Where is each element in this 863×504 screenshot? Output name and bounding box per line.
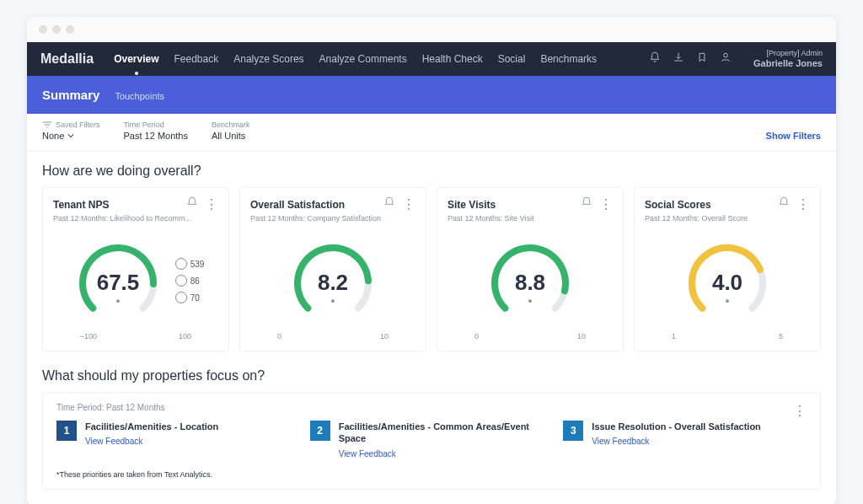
metric-card: Tenant NPS ⋮ Past 12 Months: Likelihood … <box>42 187 229 351</box>
user-role: [Property] Admin <box>753 50 823 58</box>
brand-logo: Medallia <box>40 51 94 67</box>
user-name: Gabrielle Jones <box>753 58 823 68</box>
card-subtitle: Past 12 Months: Likelihood to Recomm... <box>53 214 218 223</box>
kebab-icon[interactable]: ⋮ <box>599 196 613 212</box>
kebab-icon[interactable]: ⋮ <box>796 196 810 212</box>
priority-number: 1 <box>56 421 77 441</box>
chevron-down-icon <box>67 132 74 139</box>
main-nav: OverviewFeedbackAnalyze ScoresAnalyze Co… <box>114 53 649 65</box>
focus-item: 2 Facilities/Amenities - Common Areas/Ev… <box>310 421 554 460</box>
card-subtitle: Past 12 Months: Overall Score <box>645 214 810 223</box>
focus-footnote: *These priorities are taken from Text An… <box>56 470 807 479</box>
sentiment-breakdown: 539 86 70 <box>175 258 205 303</box>
priority-title: Issue Resolution - Overall Satisfaction <box>592 421 807 432</box>
gauge-scale: 010 <box>448 332 613 340</box>
gauge-chart: 8.8 ● <box>480 233 581 329</box>
bookmark-icon[interactable] <box>696 51 708 66</box>
nav-item-feedback[interactable]: Feedback <box>174 53 219 65</box>
topbar-actions: [Property] Admin Gabrielle Jones <box>649 50 823 68</box>
bell-icon[interactable] <box>778 196 790 212</box>
focus-title: What should my properties focus on? <box>42 368 821 383</box>
focus-item: 1 Facilities/Amenities - Location View F… <box>56 421 300 460</box>
svg-text:●: ● <box>725 297 729 305</box>
gauge-scale: 15 <box>645 332 810 340</box>
card-title: Site Visits <box>448 199 581 211</box>
svg-text:8.8: 8.8 <box>515 270 545 295</box>
card-title: Social Scores <box>645 199 778 211</box>
card-subtitle: Past 12 Months: Site Visit <box>448 214 613 223</box>
metric-card: Overall Satisfaction ⋮ Past 12 Months: C… <box>239 187 426 351</box>
happy-face-icon <box>175 258 187 270</box>
user-icon[interactable] <box>720 51 732 66</box>
bell-icon[interactable] <box>383 196 395 212</box>
filter-icon <box>42 121 52 129</box>
neutral-face-icon <box>175 275 187 287</box>
saved-filters-dropdown[interactable]: Saved Filters None <box>42 121 100 141</box>
focus-card: ⋮ Time Period: Past 12 Months 1 Faciliti… <box>42 392 821 490</box>
svg-text:●: ● <box>115 297 120 305</box>
focus-item: 3 Issue Resolution - Overall Satisfactio… <box>563 421 807 460</box>
view-feedback-link[interactable]: View Feedback <box>592 437 649 446</box>
bell-icon[interactable] <box>186 196 198 212</box>
gauge-chart: 4.0 ● <box>677 233 778 329</box>
card-subtitle: Past 12 Months: Company Satisfaction <box>250 214 415 223</box>
app-window: Medallia OverviewFeedbackAnalyze ScoresA… <box>27 17 836 504</box>
kebab-icon[interactable]: ⋮ <box>793 403 807 419</box>
svg-point-0 <box>724 54 728 58</box>
show-filters-link[interactable]: Show Filters <box>766 131 821 141</box>
nav-item-analyze-scores[interactable]: Analyze Scores <box>233 53 303 65</box>
svg-text:●: ● <box>528 297 532 305</box>
card-title: Overall Satisfaction <box>250 199 383 211</box>
overall-section: How are we doing overall? Tenant NPS ⋮ P… <box>27 152 836 357</box>
metric-card: Site Visits ⋮ Past 12 Months: Site Visit… <box>437 187 624 351</box>
priority-number: 2 <box>310 421 330 441</box>
gauge-chart: 67.5 ● <box>67 233 169 329</box>
tab-touchpoints[interactable]: Touchpoints <box>115 91 164 101</box>
bell-icon[interactable] <box>581 196 592 212</box>
nav-item-overview[interactable]: Overview <box>114 53 158 65</box>
nav-item-health-check[interactable]: Health Check <box>422 53 483 65</box>
focus-items: 1 Facilities/Amenities - Location View F… <box>56 421 807 460</box>
time-period-filter[interactable]: Time Period Past 12 Months <box>124 121 188 141</box>
kebab-icon[interactable]: ⋮ <box>205 196 218 212</box>
focus-time-period: Time Period: Past 12 Months <box>56 403 807 412</box>
page-title: Summary <box>42 88 99 102</box>
metric-cards: Tenant NPS ⋮ Past 12 Months: Likelihood … <box>42 187 821 351</box>
gauge-scale: –100100 <box>53 332 218 340</box>
overall-title: How are we doing overall? <box>42 164 821 179</box>
card-title: Tenant NPS <box>53 199 186 211</box>
priority-number: 3 <box>563 421 583 441</box>
nav-item-benchmarks[interactable]: Benchmarks <box>540 53 597 65</box>
priority-title: Facilities/Amenities - Location <box>85 421 300 432</box>
metric-card: Social Scores ⋮ Past 12 Months: Overall … <box>634 187 821 351</box>
gauge-chart: 8.2 ● <box>282 233 383 329</box>
svg-text:8.2: 8.2 <box>318 270 348 295</box>
view-feedback-link[interactable]: View Feedback <box>85 437 142 446</box>
view-feedback-link[interactable]: View Feedback <box>339 449 396 458</box>
top-navbar: Medallia OverviewFeedbackAnalyze ScoresA… <box>27 42 836 76</box>
kebab-icon[interactable]: ⋮ <box>402 196 415 212</box>
priority-title: Facilities/Amenities - Common Areas/Even… <box>339 421 554 445</box>
focus-section: What should my properties focus on? ⋮ Ti… <box>27 357 836 495</box>
nav-item-analyze-comments[interactable]: Analyze Comments <box>319 53 407 65</box>
svg-text:●: ● <box>330 297 335 305</box>
subheader: Summary Touchpoints <box>27 76 836 114</box>
gauge-scale: 010 <box>250 332 415 340</box>
filter-bar: Saved Filters None Time Period Past 12 M… <box>27 114 836 152</box>
sad-face-icon <box>175 292 187 303</box>
svg-text:4.0: 4.0 <box>712 270 742 295</box>
svg-text:67.5: 67.5 <box>96 270 139 295</box>
download-icon[interactable] <box>673 51 684 66</box>
bell-icon[interactable] <box>649 51 661 66</box>
window-controls <box>27 17 836 42</box>
nav-item-social[interactable]: Social <box>498 53 526 65</box>
benchmark-filter[interactable]: Benchmark All Units <box>212 121 250 141</box>
user-block[interactable]: [Property] Admin Gabrielle Jones <box>753 50 823 68</box>
